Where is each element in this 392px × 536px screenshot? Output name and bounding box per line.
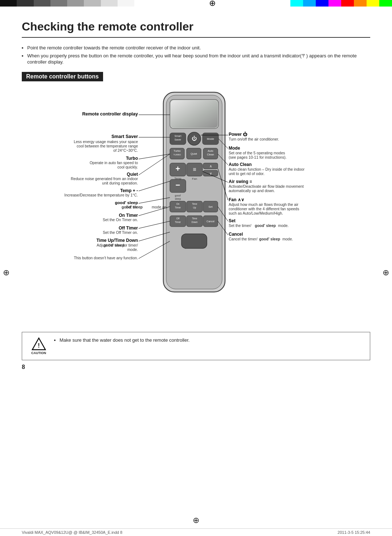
svg-rect-3 [171,100,218,128]
svg-text:Temp: Temp [174,177,181,180]
svg-text:Set: Set [208,205,213,208]
svg-text:Mode: Mode [229,146,240,151]
footer-right: 2011-3-5 15:25:44 [338,530,370,535]
svg-text:Clean: Clean [207,153,214,156]
svg-text:Set the On Timer on.: Set the On Timer on. [103,218,138,222]
svg-text:⏻: ⏻ [192,135,197,141]
svg-text:Auto clean function – Dry insi: Auto clean function – Dry inside of the … [229,167,305,171]
page-title: Checking the remote controller [22,20,370,38]
svg-text:−: − [176,180,180,190]
svg-text:+: + [176,164,180,173]
svg-text:Turn on/off the air conditione: Turn on/off the air conditioner. [229,137,279,141]
top-color-bar: ⊕ [0,0,392,7]
svg-text:TURBO: TURBO [173,154,181,156]
svg-text:Operate in auto fan speed to: Operate in auto fan speed to [90,161,138,165]
svg-text:automatically up and down.: automatically up and down. [229,188,275,193]
svg-text:mode.: mode. [282,237,293,241]
svg-text:Saver: Saver [175,138,181,141]
diagram-area: Smart Saver ⏻ Mode Turbo TURBO Quiet Aut… [22,89,370,321]
svg-text:Temp + -: Temp + - [120,188,138,193]
svg-text:good': good' [175,194,181,197]
svg-text:mode.: mode. [278,223,289,228]
svg-text:good' sleep: good' sleep [259,237,280,241]
svg-text:Off Timer: Off Timer [119,226,138,231]
svg-text:Timer: Timer [175,221,181,223]
footer-left: Vivaldi MAX_AQV09&12U@ @ IB&IM_32450A_E.… [22,530,122,535]
caution-box: ! CAUTION Make sure that the water does … [22,332,370,360]
svg-text:Quiet: Quiet [127,172,138,177]
svg-text:good' sleep: good' sleep [103,243,124,247]
svg-text:!: ! [38,342,40,349]
svg-text:cool between the temperature r: cool between the temperature range [77,144,138,148]
svg-text:Mode: Mode [207,137,215,141]
svg-text:Smart: Smart [175,135,181,137]
svg-text:Activate/Deactivate air flow b: Activate/Deactivate air flow blade movem… [229,184,304,188]
svg-text:Time: Time [192,203,197,205]
footer: Vivaldi MAX_AQV09&12U@ @ IB&IM_32450A_E.… [0,528,392,536]
svg-text:good' sleep: good' sleep [115,200,138,205]
svg-text:Remote controller display: Remote controller display [82,111,138,117]
svg-text:Reduce noise generated from an: Reduce noise generated from an indoor [71,176,138,181]
svg-text:Set the timer/: Set the timer/ [229,223,252,228]
svg-text:Auto: Auto [208,149,213,153]
svg-text:Cancel the timer/: Cancel the timer/ [229,237,257,241]
svg-text:Turbo: Turbo [126,156,138,161]
svg-text:Power ⏻: Power ⏻ [229,131,247,137]
svg-text:Cancel: Cancel [229,232,243,237]
bullet-2: When you properly press the button on th… [27,53,370,65]
svg-text:good' sleep: good' sleep [255,223,276,228]
svg-text:Set: Set [229,218,236,223]
svg-text:Adjust how much air flows thro: Adjust how much air flows through the ai… [229,202,299,207]
svg-text:Fan ∧∨: Fan ∧∨ [229,197,244,202]
svg-text:mode.: mode. [127,247,138,252]
svg-text:Turbo: Turbo [173,149,180,153]
svg-rect-49 [181,234,207,248]
svg-text:such as Auto/Low/Medium/High.: such as Auto/Low/Medium/High. [229,211,283,215]
top-reg-mark: ⊕ [209,0,216,8]
svg-text:unit during operation.: unit during operation. [102,181,138,185]
svg-text:Timer: Timer [175,206,181,209]
svg-text:Air swing ≡: Air swing ≡ [229,179,252,184]
svg-text:∧: ∧ [209,164,212,168]
svg-text:Off: Off [176,217,180,220]
caution-text: Make sure that the water does not get to… [54,337,189,343]
svg-text:mode on.: mode on. [152,205,168,209]
svg-text:This button doesn't have any f: This button doesn't have any function. [74,256,138,260]
svg-text:(see pages 10-11 for instructi: (see pages 10-11 for instructions). [229,155,286,159]
right-reg-mark: ⊕ [383,268,389,277]
svg-text:sleep: sleep [175,198,181,200]
svg-text:Fan: Fan [192,177,197,180]
caution-icon: ! CAUTION [29,337,49,355]
svg-text:Time: Time [192,217,197,220]
caution-item-1: Make sure that the water does not get to… [60,337,189,343]
svg-text:Set one of the 5 operating mod: Set one of the 5 operating modes [229,151,285,155]
page-number: 8 [22,364,370,370]
svg-text:unit to get rid of odor.: unit to get rid of odor. [229,171,265,176]
svg-text:cool quickly.: cool quickly. [118,165,138,169]
bullet-1: Point the remote controller towards the … [27,45,370,50]
diagram-svg: Smart Saver ⏻ Mode Turbo TURBO Quiet Aut… [22,89,370,321]
svg-text:conditioner with the 4 differe: conditioner with the 4 different fan spe… [229,207,299,211]
bottom-reg-mark: ⊕ [193,516,199,525]
svg-text:Smart Saver: Smart Saver [111,134,138,139]
svg-text:Cancel: Cancel [207,220,215,223]
svg-text:On Timer: On Timer [119,213,138,218]
svg-text:Up: Up [193,206,196,209]
svg-text:Time Up/Time Down: Time Up/Time Down [97,238,138,243]
svg-text:≡: ≡ [193,166,196,172]
svg-text:Less energy usage makes your s: Less energy usage makes your space [74,139,138,144]
svg-text:Auto Clean: Auto Clean [229,162,252,167]
left-reg-mark: ⊕ [3,268,9,277]
svg-text:On: On [176,203,180,205]
svg-text:good' sleep: good' sleep [122,205,143,209]
section-header: Remote controller buttons [22,72,103,81]
svg-text:of 24°C~30°C.: of 24°C~30°C. [113,148,138,153]
svg-text:Quiet: Quiet [191,152,197,155]
svg-text:Set the Off Timer on.: Set the Off Timer on. [103,230,138,235]
intro-bullets: Point the remote controller towards the … [22,45,370,65]
svg-text:Down: Down [192,221,198,223]
svg-text:Increase/Decrease the temperat: Increase/Decrease the temperature by 1°C… [64,193,138,197]
